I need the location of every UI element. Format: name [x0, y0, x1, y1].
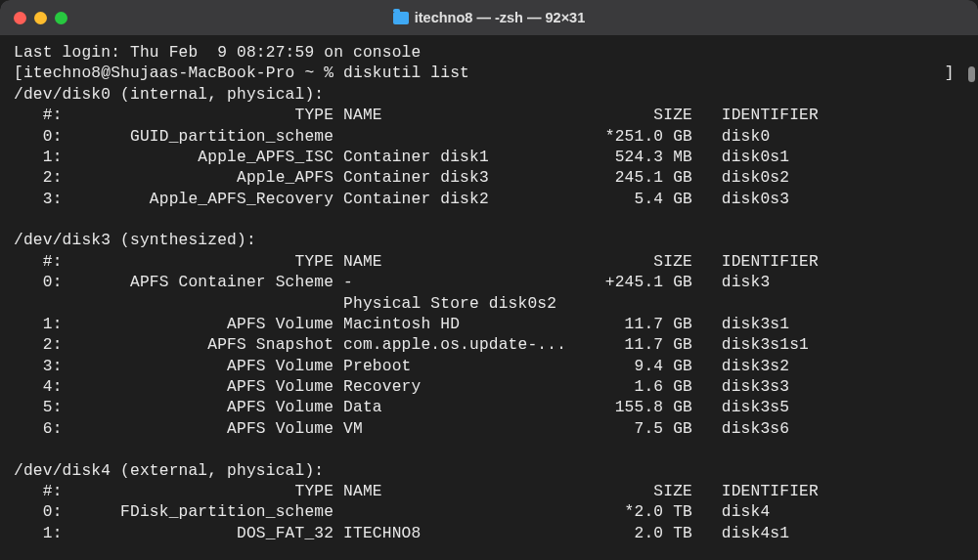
- traffic-lights: [14, 12, 67, 24]
- window-titlebar: itechno8 — -zsh — 92×31: [0, 0, 978, 35]
- zoom-icon[interactable]: [55, 12, 67, 24]
- window-title-text: itechno8 — -zsh — 92×31: [415, 10, 585, 25]
- terminal-body[interactable]: Last login: Thu Feb 9 08:27:59 on consol…: [0, 35, 978, 544]
- close-icon[interactable]: [14, 12, 26, 24]
- folder-icon: [393, 12, 409, 24]
- minimize-icon[interactable]: [34, 12, 47, 24]
- scrollbar-thumb[interactable]: [968, 66, 975, 82]
- window-title: itechno8 — -zsh — 92×31: [0, 10, 978, 25]
